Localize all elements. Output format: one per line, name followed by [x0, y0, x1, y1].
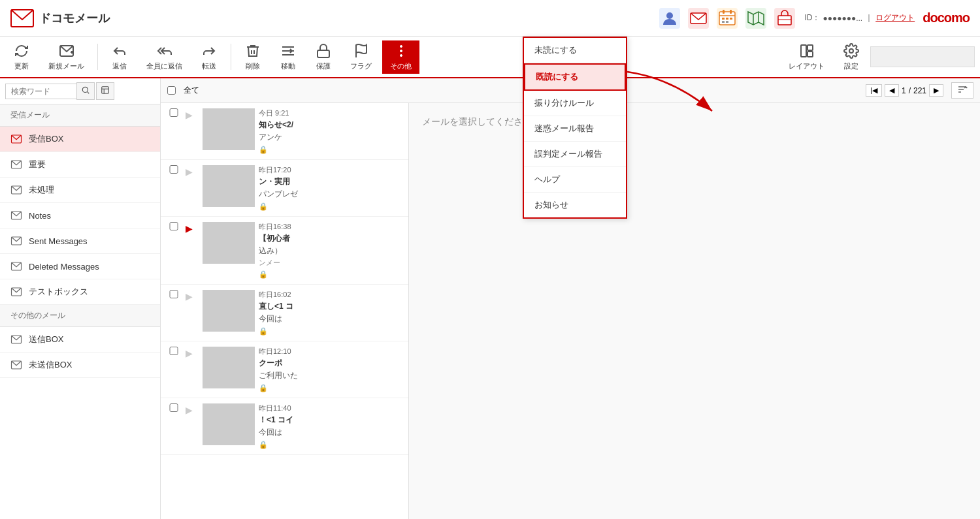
mail-icon-btn[interactable]	[687, 7, 710, 30]
sidebar-item-notes[interactable]: Notes	[0, 203, 160, 228]
search-input[interactable]	[5, 84, 77, 99]
svg-point-27	[400, 45, 402, 47]
lock-icon: 🔒	[259, 384, 403, 392]
pagination: |◀ ◀ 1 / 221 ▶	[866, 82, 973, 99]
search-icon	[81, 86, 90, 95]
delete-button[interactable]: 削除	[237, 40, 269, 74]
svg-point-34	[82, 87, 88, 92]
mail-item[interactable]: ▶ 昨日12:10 クーポ ご利用いた 🔒	[161, 341, 408, 398]
mail-meta: 昨日11:40 ！<1 コイ 今回は 🔒	[259, 403, 403, 449]
select-all-checkbox[interactable]	[167, 86, 176, 95]
mail-meta: 昨日16:02 直し<1 コ 今回は 🔒	[259, 290, 403, 336]
svg-rect-10	[722, 18, 725, 20]
logout-link[interactable]: ログアウト	[875, 12, 915, 24]
app-logo: ドコモメール	[10, 9, 110, 27]
mail-checkbox[interactable]	[166, 347, 182, 355]
mail-thumbnail	[203, 165, 255, 207]
lock-icon: 🔒	[259, 270, 403, 279]
dropdown-item-notice[interactable]: お知らせ	[524, 193, 626, 217]
contacts-icon-btn[interactable]	[658, 7, 681, 30]
layout-button[interactable]: レイアウト	[781, 40, 832, 74]
svg-rect-20	[778, 16, 791, 25]
reply-all-button[interactable]: 全員に返信	[139, 40, 190, 74]
mail-date: 今日 9:21	[259, 108, 403, 118]
mail-item[interactable]: ▶ 昨日16:38 【初心者 込み） ンメー 🔒	[161, 217, 408, 285]
protect-button[interactable]: 保護	[307, 40, 340, 74]
forward-button[interactable]: 転送	[193, 40, 225, 74]
flag-marker-active: ▶	[186, 223, 199, 234]
new-mail-button[interactable]: 新規メール	[41, 40, 92, 74]
mail-checkbox[interactable]	[166, 290, 182, 298]
sidebar-item-inbox[interactable]: 受信BOX	[0, 127, 160, 152]
mail-item[interactable]: ▶ 今日 9:21 知らせ<2/ アンケ 🔒	[161, 103, 408, 160]
deleted-messages-icon	[10, 260, 22, 272]
mail-date: 昨日11:40	[259, 403, 403, 413]
dropdown-item-help[interactable]: ヘルプ	[524, 167, 626, 193]
test-box-icon	[10, 286, 22, 298]
mail-subject: 今回は	[259, 313, 403, 324]
reply-all-icon	[157, 43, 172, 59]
move-button[interactable]: 移動	[272, 40, 304, 74]
page-total: 221	[913, 86, 926, 95]
page-separator: /	[909, 86, 911, 95]
dropdown-item-false-report[interactable]: 誤判定メール報告	[524, 142, 626, 167]
maps-icon	[745, 8, 766, 29]
dropdown-item-mark-read[interactable]: 既読にする	[524, 63, 626, 91]
svg-rect-36	[102, 87, 109, 94]
lock-icon: 🔒	[259, 441, 403, 449]
preview-placeholder: メールを選択してください	[422, 116, 532, 128]
protect-icon	[316, 43, 331, 59]
mail-checkbox[interactable]	[166, 403, 182, 412]
dropdown-item-sort-rule[interactable]: 振り分けルール	[524, 91, 626, 116]
notes-label: Notes	[29, 211, 51, 221]
mail-item[interactable]: ▶ 昨日11:40 ！<1 コイ 今回は 🔒	[161, 398, 408, 455]
first-page-button[interactable]: |◀	[866, 84, 882, 97]
mail-checkbox[interactable]	[166, 108, 182, 117]
maps-icon-btn[interactable]	[744, 7, 768, 30]
shop-icon-btn[interactable]	[773, 7, 796, 30]
lock-icon: 🔒	[259, 202, 403, 211]
sidebar-item-unsent-box[interactable]: 未送信BOX	[0, 353, 160, 378]
search-button[interactable]	[76, 82, 95, 100]
sidebar-item-sent-messages[interactable]: Sent Messages	[0, 228, 160, 254]
delete-icon	[245, 43, 261, 59]
mail-checkbox[interactable]	[166, 165, 182, 174]
test-box-label: テストボックス	[29, 286, 88, 298]
dropdown-menu: 未読にする 既読にする 振り分けルール 迷惑メール報告 誤判定メール報告 ヘルプ…	[523, 37, 627, 219]
shop-icon	[774, 8, 795, 29]
toolbar: 更新 新規メール 返信 全員に返信 転送	[0, 37, 980, 78]
sort-icon	[957, 84, 968, 95]
flag-button[interactable]: フラグ	[342, 40, 380, 74]
page-current: 1	[902, 86, 906, 95]
mail-meta: 昨日16:38 【初心者 込み） ンメー 🔒	[259, 222, 403, 279]
calendar-icon	[717, 8, 738, 29]
sidebar-item-deleted-messages[interactable]: Deleted Messages	[0, 254, 160, 279]
search-filter-button[interactable]	[96, 82, 114, 100]
update-icon	[14, 43, 29, 59]
svg-rect-31	[808, 45, 813, 50]
sidebar-item-important[interactable]: 重要	[0, 152, 160, 178]
svg-rect-15	[745, 8, 766, 29]
mail-item[interactable]: ▶ 昨日17:20 ン・実用 パンブレゼ 🔒	[161, 160, 408, 217]
mail-item[interactable]: ▶ 昨日16:02 直し<1 コ 今回は 🔒	[161, 285, 408, 341]
sidebar-item-sent-box[interactable]: 送信BOX	[0, 327, 160, 353]
dropdown-item-spam-report[interactable]: 迷惑メール報告	[524, 116, 626, 142]
sidebar-item-unprocessed[interactable]: 未処理	[0, 178, 160, 203]
prev-page-button[interactable]: ◀	[885, 84, 899, 97]
other-button[interactable]: その他	[382, 40, 419, 74]
top-bar: ドコモメール	[0, 0, 980, 37]
settings-button[interactable]: 設定	[835, 40, 868, 74]
svg-rect-30	[801, 45, 806, 57]
svg-line-35	[88, 92, 90, 94]
update-button[interactable]: 更新	[5, 40, 38, 74]
mail-checkbox[interactable]	[166, 222, 182, 230]
settings-icon	[843, 43, 859, 59]
mail-subject: パンブレゼ	[259, 189, 403, 200]
next-page-button[interactable]: ▶	[929, 84, 943, 97]
sort-button[interactable]	[951, 82, 973, 99]
sidebar-item-test-box[interactable]: テストボックス	[0, 279, 160, 305]
calendar-icon-btn[interactable]	[715, 7, 739, 30]
dropdown-item-mark-unread[interactable]: 未読にする	[524, 38, 626, 63]
reply-button[interactable]: 返信	[103, 40, 136, 74]
flag-marker: ▶	[186, 291, 199, 302]
